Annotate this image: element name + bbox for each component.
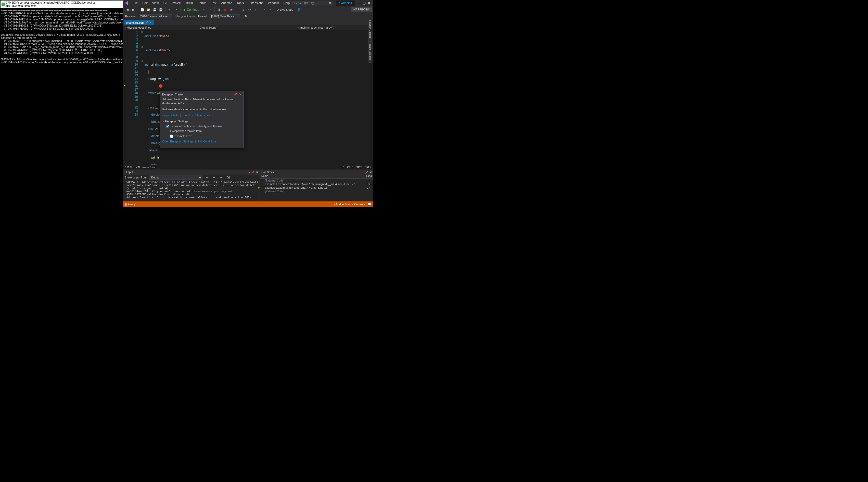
thread-select[interactable]: [8184] Main Thread (210, 14, 240, 18)
solution-tab[interactable]: example1 (336, 1, 355, 6)
menu-project[interactable]: Project (170, 1, 183, 6)
copy-details-link[interactable]: Copy Details (162, 114, 178, 117)
step-out-icon[interactable]: ↑ (253, 7, 258, 12)
redo-icon[interactable]: ↷ (173, 7, 179, 12)
popup-close-icon[interactable]: ✕ (239, 93, 242, 96)
cs-dropdown-icon[interactable]: ▾ (362, 171, 364, 174)
zoom-level[interactable]: 111 % (125, 166, 132, 169)
output-tb-icon-3[interactable]: ≡ (218, 175, 224, 180)
continue-button[interactable]: ▶ Continue (182, 7, 201, 12)
close-icon[interactable]: ✕ (368, 1, 370, 5)
cs-row[interactable]: [External Code] (260, 179, 373, 182)
menu-build[interactable]: Build (184, 1, 195, 6)
step-over-icon[interactable]: ↷ (247, 7, 252, 12)
popup-pin-icon[interactable]: 📌 (234, 93, 237, 96)
file-tab[interactable]: example1.cpp 📌 ✕ (124, 20, 154, 25)
issues-status[interactable]: No issues found (135, 166, 156, 169)
process-label: Process: (125, 15, 136, 18)
nav-scope-select[interactable]: (Global Scope) (197, 26, 297, 30)
nav-back-icon[interactable]: ◀ (125, 7, 130, 12)
file-tab-row: example1.cpp 📌 ✕ (123, 20, 373, 25)
error-glyph-icon: ⛔ (159, 84, 163, 88)
undo-icon[interactable]: ↶ (167, 7, 173, 12)
output-tb-icon-1[interactable]: ≡ (204, 175, 210, 180)
team-explorer-tab[interactable]: Team Explorer (368, 41, 372, 62)
char-pos: Ch: 5 (347, 166, 353, 169)
callstack-rows[interactable]: [External Code] example1.exe!operator de… (260, 179, 373, 201)
open-settings-link[interactable]: Open Exception Settings (162, 140, 193, 143)
nav-fwd-icon[interactable]: ▶ (131, 7, 136, 12)
cs-row[interactable]: ➤example1.exe!main(int argc, char * * ar… (260, 186, 373, 190)
line-ending[interactable]: CRLF (365, 166, 371, 169)
minimize-icon[interactable]: ─ (359, 1, 361, 5)
stackframe-icon[interactable]: ⚑ (243, 13, 248, 19)
cs-col-name[interactable]: Name (261, 175, 366, 178)
fold-margin[interactable]: ⊟⊟⊟ (140, 30, 144, 165)
menu-git[interactable]: Git (161, 1, 169, 6)
tb-icon-1[interactable]: ▫ (201, 7, 207, 12)
menu-tools[interactable]: Tools (235, 1, 246, 6)
menu-analyze[interactable]: Analyze (219, 1, 234, 6)
breakpoint-margin[interactable]: ➤ (123, 30, 127, 165)
edit-conditions-link[interactable]: Edit Conditions (197, 140, 216, 143)
tb-icon-2[interactable]: ▫ (207, 7, 213, 12)
code-editor[interactable]: ➤ 12345678910111213141516171819202122232… (123, 30, 373, 165)
except-checkbox[interactable] (170, 135, 174, 138)
cs-close-icon[interactable]: ✕ (370, 171, 372, 174)
show-next-icon[interactable]: → (235, 7, 240, 12)
tb-icon-4[interactable]: ▫ (268, 7, 274, 12)
menu-window[interactable]: Window (266, 1, 281, 6)
notifications-icon[interactable]: 💬 (368, 203, 371, 206)
menu-help[interactable]: Help (281, 1, 292, 6)
title-bar: File Edit View Git Project Build Debug T… (123, 0, 373, 6)
pause-icon[interactable]: ⏸ (216, 7, 222, 12)
menu-file[interactable]: File (131, 1, 140, 6)
nav-function-select[interactable]: ▫main(int argc, char * argv[]) (297, 26, 373, 30)
open-icon[interactable]: 📂 (146, 7, 152, 12)
saveall-icon[interactable]: 💾 (158, 7, 164, 12)
liveshare-button[interactable]: ⮌ Live Share (274, 8, 296, 11)
restart-icon[interactable]: ⟳ (228, 7, 234, 12)
panel-dropdown-icon[interactable]: ▾ (249, 171, 250, 174)
resize-grip-icon[interactable]: ⋰ (241, 144, 243, 147)
tab-close-icon[interactable]: ✕ (150, 21, 152, 24)
search-input[interactable]: Search (Ctrl+Q) 🔍 (292, 1, 333, 5)
save-icon[interactable]: 💾 (152, 7, 158, 12)
solution-explorer-tab[interactable]: Solution Explorer (368, 18, 372, 41)
indent-mode[interactable]: SPC (356, 166, 362, 169)
nav-bar: ▫Miscellaneous Files (Global Scope) ▫mai… (123, 25, 373, 30)
menu-test[interactable]: Test (209, 1, 219, 6)
source-control-button[interactable]: ↑ Add to Source Control ▴ (334, 203, 366, 206)
feedback-icon[interactable]: 👤 (296, 7, 301, 12)
output-tb-icon-2[interactable]: ≡ (211, 175, 217, 180)
output-tb-icon-4[interactable]: ⌧ (225, 175, 231, 180)
exception-settings-toggle[interactable]: ▴ Exception Settings (162, 119, 241, 123)
line-pos: Ln: 6 (338, 166, 344, 169)
stop-icon[interactable]: ⏹ (222, 7, 228, 12)
panel-pin-icon[interactable]: 📌 (251, 171, 254, 174)
step-into-icon[interactable]: ↓ (241, 7, 246, 12)
lifecycle-button[interactable]: Lifecycle Events (175, 15, 195, 18)
nav-project-select[interactable]: ▫Miscellaneous Files (123, 26, 197, 30)
output-text[interactable]: SUMMARY: AddressSanitizer: alloc-dealloc… (123, 180, 259, 201)
panel-close-icon[interactable]: ✕ (256, 171, 258, 174)
new-icon[interactable]: 📄 (140, 7, 145, 12)
output-source-select[interactable]: Debug (149, 175, 203, 180)
menu-debug[interactable]: Debug (195, 1, 208, 6)
menu-edit[interactable]: Edit (140, 1, 150, 6)
menu-view[interactable]: View (150, 1, 161, 6)
cs-row[interactable]: [External Code] (260, 190, 373, 193)
cs-col-lang[interactable]: Lang (366, 175, 372, 178)
process-select[interactable]: [58104] example1.exe (139, 14, 173, 18)
maximize-icon[interactable]: ▢ (363, 1, 366, 5)
menu-extensions[interactable]: Extensions (246, 1, 266, 6)
status-bar: ▮ Ready ↑ Add to Source Control ▴ 💬 (123, 201, 373, 207)
break-checkbox[interactable] (166, 124, 169, 128)
editor-status-row: 111 % No issues found Ln: 6 Ch: 5 SPC CR… (123, 165, 373, 170)
console-title-text: C:\MSDN\cpp-docs-pr\docs\c-language\ASAN… (6, 1, 122, 7)
liveshare-link[interactable]: Start Live Share session... (183, 114, 215, 117)
cs-pin-icon[interactable]: 📌 (365, 171, 368, 174)
tb-icon-3[interactable]: ▫ (262, 7, 268, 12)
cs-row[interactable]: example1.exe!operator delete(void * ptr,… (260, 182, 373, 186)
pin-icon[interactable]: 📌 (145, 21, 148, 24)
